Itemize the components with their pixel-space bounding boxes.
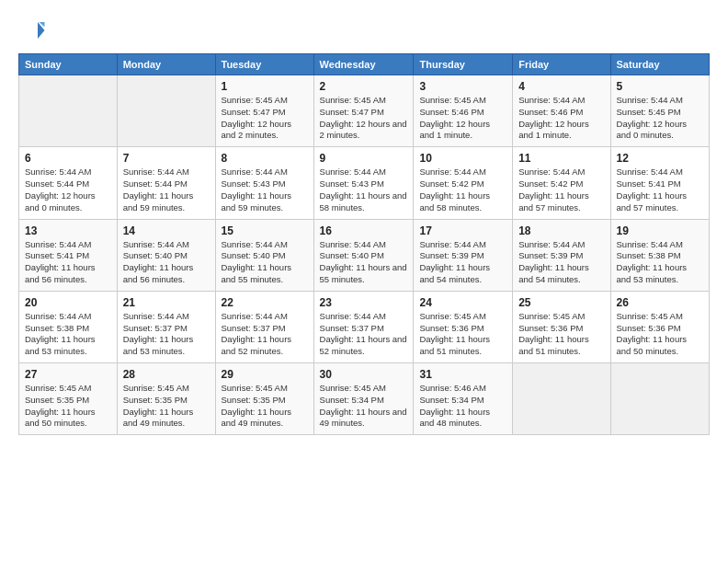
day-number: 16 (320, 224, 408, 237)
calendar-cell: 18Sunrise: 5:44 AM Sunset: 5:39 PM Dayli… (513, 219, 610, 291)
day-of-week-header: Tuesday (215, 54, 313, 75)
calendar-cell: 30Sunrise: 5:45 AM Sunset: 5:34 PM Dayli… (313, 363, 414, 435)
calendar-cell: 10Sunrise: 5:44 AM Sunset: 5:42 PM Dayli… (414, 147, 513, 219)
day-of-week-header: Wednesday (313, 54, 414, 75)
header (18, 17, 710, 44)
day-of-week-header: Thursday (414, 54, 513, 75)
calendar-week-row: 1Sunrise: 5:45 AM Sunset: 5:47 PM Daylig… (19, 75, 710, 147)
calendar-cell: 3Sunrise: 5:45 AM Sunset: 5:46 PM Daylig… (414, 75, 513, 147)
day-info: Sunrise: 5:45 AM Sunset: 5:36 PM Dayligh… (617, 311, 703, 358)
day-info: Sunrise: 5:44 AM Sunset: 5:38 PM Dayligh… (617, 239, 703, 286)
day-info: Sunrise: 5:46 AM Sunset: 5:34 PM Dayligh… (419, 383, 506, 430)
calendar-cell: 26Sunrise: 5:45 AM Sunset: 5:36 PM Dayli… (610, 291, 709, 362)
day-info: Sunrise: 5:45 AM Sunset: 5:46 PM Dayligh… (419, 95, 506, 142)
calendar-cell: 27Sunrise: 5:45 AM Sunset: 5:35 PM Dayli… (19, 363, 118, 435)
day-info: Sunrise: 5:44 AM Sunset: 5:38 PM Dayligh… (25, 311, 111, 358)
calendar-week-row: 13Sunrise: 5:44 AM Sunset: 5:41 PM Dayli… (19, 219, 710, 291)
day-number: 4 (518, 80, 604, 93)
day-number: 31 (419, 368, 506, 381)
day-number: 27 (25, 368, 111, 381)
day-of-week-header: Monday (117, 54, 215, 75)
page: SundayMondayTuesdayWednesdayThursdayFrid… (0, 0, 728, 563)
day-info: Sunrise: 5:44 AM Sunset: 5:42 PM Dayligh… (518, 167, 604, 213)
day-info: Sunrise: 5:45 AM Sunset: 5:47 PM Dayligh… (222, 95, 308, 142)
calendar-week-row: 27Sunrise: 5:45 AM Sunset: 5:35 PM Dayli… (19, 363, 710, 435)
calendar-cell: 12Sunrise: 5:44 AM Sunset: 5:41 PM Dayli… (610, 147, 709, 219)
calendar-cell: 13Sunrise: 5:44 AM Sunset: 5:41 PM Dayli… (19, 219, 118, 291)
calendar-cell: 29Sunrise: 5:45 AM Sunset: 5:35 PM Dayli… (215, 363, 313, 435)
day-info: Sunrise: 5:44 AM Sunset: 5:41 PM Dayligh… (25, 239, 111, 286)
day-info: Sunrise: 5:44 AM Sunset: 5:41 PM Dayligh… (617, 167, 703, 213)
calendar-cell: 21Sunrise: 5:44 AM Sunset: 5:37 PM Dayli… (117, 291, 215, 362)
day-number: 23 (320, 296, 408, 309)
day-number: 13 (25, 224, 111, 237)
calendar-cell: 2Sunrise: 5:45 AM Sunset: 5:47 PM Daylig… (313, 75, 414, 147)
day-info: Sunrise: 5:44 AM Sunset: 5:39 PM Dayligh… (518, 239, 604, 286)
calendar-table: SundayMondayTuesdayWednesdayThursdayFrid… (18, 53, 710, 435)
day-number: 18 (518, 224, 604, 237)
calendar-cell: 25Sunrise: 5:45 AM Sunset: 5:36 PM Dayli… (513, 291, 610, 362)
calendar-cell: 11Sunrise: 5:44 AM Sunset: 5:42 PM Dayli… (513, 147, 610, 219)
calendar-cell: 16Sunrise: 5:44 AM Sunset: 5:40 PM Dayli… (313, 219, 414, 291)
calendar-cell: 1Sunrise: 5:45 AM Sunset: 5:47 PM Daylig… (215, 75, 313, 147)
calendar-cell (513, 363, 610, 435)
day-number: 7 (123, 152, 210, 165)
calendar-cell: 19Sunrise: 5:44 AM Sunset: 5:38 PM Dayli… (610, 219, 709, 291)
calendar-header: SundayMondayTuesdayWednesdayThursdayFrid… (19, 54, 710, 75)
day-number: 6 (25, 152, 111, 165)
day-info: Sunrise: 5:44 AM Sunset: 5:37 PM Dayligh… (222, 311, 308, 358)
day-info: Sunrise: 5:45 AM Sunset: 5:35 PM Dayligh… (222, 383, 308, 430)
day-number: 8 (222, 152, 308, 165)
day-number: 15 (222, 224, 308, 237)
day-info: Sunrise: 5:44 AM Sunset: 5:40 PM Dayligh… (320, 239, 408, 286)
day-number: 17 (419, 224, 506, 237)
day-number: 12 (617, 152, 703, 165)
calendar-cell: 4Sunrise: 5:44 AM Sunset: 5:46 PM Daylig… (513, 75, 610, 147)
day-of-week-header: Friday (513, 54, 610, 75)
day-number: 26 (617, 296, 703, 309)
day-info: Sunrise: 5:44 AM Sunset: 5:44 PM Dayligh… (123, 167, 210, 213)
day-info: Sunrise: 5:44 AM Sunset: 5:37 PM Dayligh… (123, 311, 210, 358)
calendar-cell: 28Sunrise: 5:45 AM Sunset: 5:35 PM Dayli… (117, 363, 215, 435)
day-number: 3 (419, 80, 506, 93)
day-number: 25 (518, 296, 604, 309)
day-info: Sunrise: 5:44 AM Sunset: 5:43 PM Dayligh… (320, 167, 408, 213)
calendar-cell (117, 75, 215, 147)
day-info: Sunrise: 5:45 AM Sunset: 5:35 PM Dayligh… (25, 383, 111, 430)
day-info: Sunrise: 5:44 AM Sunset: 5:44 PM Dayligh… (25, 167, 111, 213)
day-info: Sunrise: 5:45 AM Sunset: 5:36 PM Dayligh… (518, 311, 604, 358)
day-number: 2 (320, 80, 408, 93)
day-of-week-header: Saturday (610, 54, 709, 75)
day-number: 19 (617, 224, 703, 237)
calendar-cell (19, 75, 118, 147)
calendar-cell (610, 363, 709, 435)
logo-icon (18, 17, 46, 44)
day-number: 5 (617, 80, 703, 93)
day-number: 22 (222, 296, 308, 309)
day-info: Sunrise: 5:45 AM Sunset: 5:47 PM Dayligh… (320, 95, 408, 142)
day-info: Sunrise: 5:44 AM Sunset: 5:46 PM Dayligh… (518, 95, 604, 142)
calendar-cell: 6Sunrise: 5:44 AM Sunset: 5:44 PM Daylig… (19, 147, 118, 219)
day-info: Sunrise: 5:45 AM Sunset: 5:34 PM Dayligh… (320, 383, 408, 430)
calendar-week-row: 20Sunrise: 5:44 AM Sunset: 5:38 PM Dayli… (19, 291, 710, 362)
calendar-cell: 23Sunrise: 5:44 AM Sunset: 5:37 PM Dayli… (313, 291, 414, 362)
day-number: 9 (320, 152, 408, 165)
day-info: Sunrise: 5:44 AM Sunset: 5:40 PM Dayligh… (123, 239, 210, 286)
day-number: 30 (320, 368, 408, 381)
day-info: Sunrise: 5:44 AM Sunset: 5:37 PM Dayligh… (320, 311, 408, 358)
calendar-cell: 22Sunrise: 5:44 AM Sunset: 5:37 PM Dayli… (215, 291, 313, 362)
calendar-cell: 20Sunrise: 5:44 AM Sunset: 5:38 PM Dayli… (19, 291, 118, 362)
day-number: 14 (123, 224, 210, 237)
day-of-week-header: Sunday (19, 54, 118, 75)
day-info: Sunrise: 5:45 AM Sunset: 5:35 PM Dayligh… (123, 383, 210, 430)
day-number: 29 (222, 368, 308, 381)
calendar-cell: 8Sunrise: 5:44 AM Sunset: 5:43 PM Daylig… (215, 147, 313, 219)
day-number: 11 (518, 152, 604, 165)
day-number: 28 (123, 368, 210, 381)
day-info: Sunrise: 5:44 AM Sunset: 5:40 PM Dayligh… (222, 239, 308, 286)
calendar-cell: 5Sunrise: 5:44 AM Sunset: 5:45 PM Daylig… (610, 75, 709, 147)
days-of-week-row: SundayMondayTuesdayWednesdayThursdayFrid… (19, 54, 710, 75)
day-info: Sunrise: 5:44 AM Sunset: 5:45 PM Dayligh… (617, 95, 703, 142)
calendar-body: 1Sunrise: 5:45 AM Sunset: 5:47 PM Daylig… (19, 75, 710, 435)
day-number: 24 (419, 296, 506, 309)
